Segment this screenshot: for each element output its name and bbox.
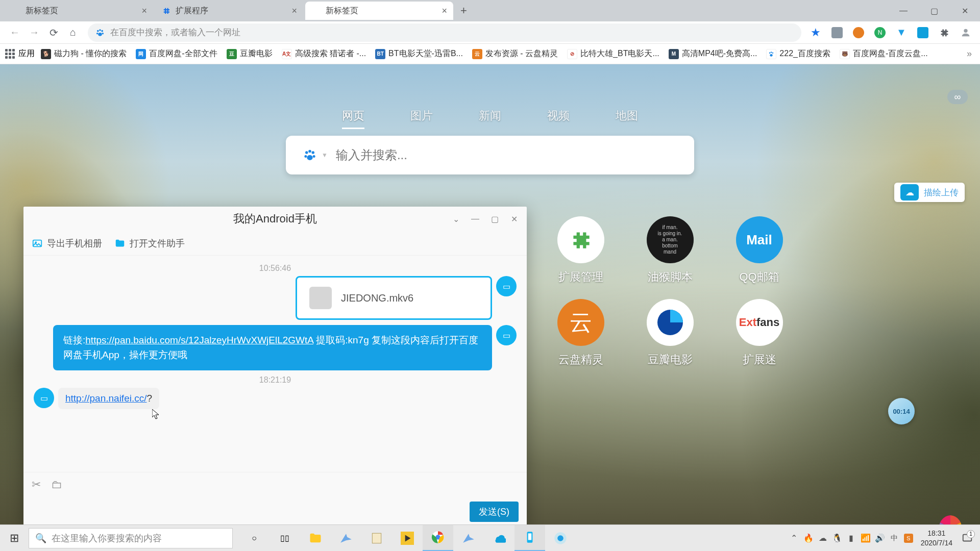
taskbar-app-baidupan[interactable] [484,525,514,552]
taskbar-app-chrome[interactable] [423,525,453,552]
search-input[interactable] [336,148,679,162]
omnibox[interactable]: 在百度中搜索，或者输入一个网址 [88,23,801,42]
minimize-phone-button[interactable]: — [465,209,485,229]
recording-timer-badge[interactable]: 00:14 [888,398,915,424]
taskbar-app-potplayer[interactable] [392,525,423,552]
shortcut-tampermonkey[interactable]: if man.is going in.a man.bottommand 油猴脚本 [625,216,715,299]
dropdown-icon[interactable]: ⌄ [446,209,465,229]
back-button[interactable]: ← [5,23,24,42]
tab-close-icon[interactable]: × [291,6,297,16]
bookmark-favicon: A文 [282,49,292,59]
bookmark-item[interactable]: BTBT电影天堂-迅雷B... [375,48,463,59]
notification-center-icon[interactable]: 1 [958,525,977,552]
shortcut-extension-mgmt[interactable]: 扩展管理 [536,216,625,299]
reload-button[interactable]: ⟳ [44,23,63,42]
task-view-icon[interactable]: ▯▯ [270,525,300,552]
tray-chevron-up-icon[interactable]: ⌃ [787,525,801,552]
svg-point-8 [771,52,772,53]
msg-link[interactable]: https://pan.baidu.com/s/12JalzeyHrWvXWjE… [85,335,313,345]
tab-close-icon[interactable]: × [442,6,447,16]
tray-app-icon[interactable]: 🔥 [801,525,816,552]
bookmark-item[interactable]: 豆豆瓣电影 [227,48,273,59]
bookmark-item[interactable]: 网百度网盘-全部文件 [136,48,217,59]
tray-wifi-icon[interactable]: 📶 [859,525,873,552]
extensions-menu-icon[interactable] [935,23,953,42]
infinity-badge[interactable]: ∞ [947,90,968,104]
search-box[interactable]: ▼ [286,136,694,174]
maximize-button[interactable]: ▢ [919,0,949,21]
tab-close-icon[interactable]: × [141,6,147,16]
bookmark-label: 百度网盘-全部文件 [149,48,217,59]
send-button[interactable]: 发送(S) [470,502,519,522]
search-tab-map[interactable]: 地图 [616,108,638,129]
tray-battery-icon[interactable]: ▮ [844,525,859,552]
phone-window-titlebar[interactable]: 我的Android手机 ⌄ — ▢ ✕ [23,207,527,231]
scissors-icon[interactable]: ✂ [32,478,41,491]
home-button[interactable]: ⌂ [63,23,83,42]
browser-tab-0[interactable]: 新标签页 × [5,2,153,20]
search-tab-images[interactable]: 图片 [410,108,433,129]
taskbar-app-browser[interactable] [545,525,576,552]
svg-point-5 [98,33,102,36]
taskbar-app-phone[interactable] [514,525,545,552]
browser-tab-2[interactable]: 新标签页 × [305,2,453,20]
bookmark-item[interactable]: 🐻百度网盘-百度云盘... [840,48,928,59]
bookmark-item[interactable]: 云发布资源 - 云盘精灵 [472,48,558,59]
search-engine-icon[interactable] [301,146,318,164]
file-explorer-icon[interactable] [300,525,331,552]
extension-icon-1[interactable] [828,23,846,42]
chevron-down-icon[interactable]: ▼ [322,152,328,159]
taskbar-app-bird2[interactable] [453,525,484,552]
bookmark-item[interactable]: 🐕磁力狗 - 懂你的搜索 [41,48,127,59]
tray-onedrive-icon[interactable]: ☁ [816,525,830,552]
bookmark-overflow[interactable]: » [964,48,975,59]
avatar: ▭ [34,388,54,408]
close-button[interactable]: ✕ [949,0,980,21]
upload-sketch-badge[interactable]: ☁ 描绘上传 [894,183,965,202]
file-attachment-bubble[interactable]: JIEDONG.mkv6 [296,276,492,320]
maximize-phone-button[interactable]: ▢ [485,209,504,229]
msg-link[interactable]: http://pan.naifei.cc/ [65,393,147,404]
text-message-bubble[interactable]: 链接:https://pan.baidu.com/s/12JalzeyHrWvX… [53,325,492,370]
taskbar-search[interactable]: 🔍 在这里输入你要搜索的内容 [29,528,233,548]
search-tab-news[interactable]: 新闻 [479,108,501,129]
forward-button[interactable]: → [24,23,44,42]
search-category-tabs: 网页 图片 新闻 视频 地图 [342,108,638,129]
search-tab-video[interactable]: 视频 [547,108,570,129]
bookmark-favicon: 云 [472,49,482,59]
start-button[interactable]: ⊞ [0,525,29,552]
taskbar-app-notepad[interactable] [361,525,392,552]
bookmark-star-icon[interactable]: ★ [806,23,825,42]
apps-button[interactable]: 应用 [5,48,35,59]
tray-qq-icon[interactable]: 🐧 [830,525,844,552]
tray-clock[interactable]: 18:31 2020/7/14 [916,529,958,547]
taskbar-app-bird[interactable] [331,525,361,552]
close-phone-button[interactable]: ✕ [504,209,524,229]
search-tab-web[interactable]: 网页 [342,108,364,129]
tray-sogou-icon[interactable]: S [901,525,916,552]
bookmark-item[interactable]: ⊘比特大雄_BT电影天... [567,48,659,59]
shortcut-yunpan[interactable]: 云 云盘精灵 [536,299,625,382]
cortana-icon[interactable]: ○ [239,525,270,552]
svg-point-16 [307,155,312,160]
bookmark-item[interactable]: A文高级搜索 猎诺者 -... [282,48,366,59]
folder-open-icon[interactable]: 🗀 [51,478,62,491]
text-message-bubble[interactable]: http://pan.naifei.cc/? [58,388,159,409]
profile-avatar-icon[interactable] [957,23,975,42]
extension-icon-2[interactable] [849,23,868,42]
bookmark-item[interactable]: 222_百度搜索 [766,48,830,59]
extension-icon-3[interactable]: N [871,23,889,42]
extension-icon-5[interactable] [914,23,932,42]
extension-icon-4[interactable]: ▼ [892,23,911,42]
export-photos-button[interactable]: 导出手机相册 [32,237,102,249]
shortcut-extfans[interactable]: Extfans 扩展迷 [715,299,804,382]
tray-volume-icon[interactable]: 🔊 [873,525,887,552]
tray-ime-icon[interactable]: 中 [887,525,901,552]
bookmark-item[interactable]: M高清MP4吧-免费高... [669,48,757,59]
browser-tab-1[interactable]: 扩展程序 × [155,2,303,20]
minimize-button[interactable]: — [888,0,919,21]
open-file-helper-button[interactable]: 打开文件助手 [114,237,185,249]
new-tab-button[interactable]: + [455,4,472,17]
shortcut-qqmail[interactable]: Mail QQ邮箱 [715,216,804,299]
shortcut-douban-movie[interactable]: 豆瓣电影 [625,299,715,382]
